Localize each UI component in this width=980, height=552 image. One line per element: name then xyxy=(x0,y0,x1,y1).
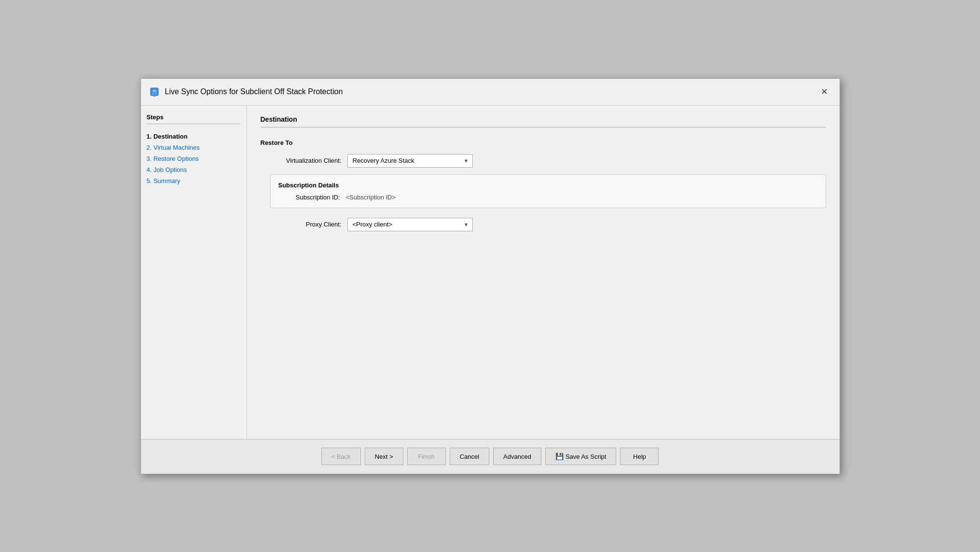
cancel-button[interactable]: Cancel xyxy=(450,448,489,465)
save-as-script-icon: 💾 xyxy=(555,453,564,460)
next-button[interactable]: Next > xyxy=(365,448,403,465)
sidebar-item-destination[interactable]: 1. Destination xyxy=(147,131,241,142)
subscription-details-box: Subscription Details Subscription ID: <S… xyxy=(270,174,826,208)
proxy-client-select[interactable]: <Proxy client> xyxy=(347,218,473,231)
virtualization-client-wrapper: Recovery Azure Stack ▼ xyxy=(347,154,473,168)
subscription-id-label: Subscription ID: xyxy=(283,194,346,201)
sidebar-item-virtual-machines[interactable]: 2. Virtual Machines xyxy=(147,142,241,153)
sidebar: Steps 1. Destination 2. Virtual Machines… xyxy=(141,106,247,439)
back-button[interactable]: < Back xyxy=(321,448,361,465)
sidebar-item-restore-options[interactable]: 3. Restore Options xyxy=(147,153,241,164)
close-button[interactable]: ✕ xyxy=(817,85,832,99)
proxy-client-label: Proxy Client: xyxy=(270,221,347,228)
virtualization-client-row: Virtualization Client: Recovery Azure St… xyxy=(270,154,826,168)
help-button[interactable]: Help xyxy=(620,448,659,465)
dialog-title: Live Sync Options for Subclient Off Stac… xyxy=(165,87,343,96)
footer: < Back Next > Finish Cancel Advanced 💾 S… xyxy=(141,439,840,474)
finish-button[interactable]: Finish xyxy=(407,448,446,465)
section-title: Destination xyxy=(261,115,826,127)
sidebar-item-job-options[interactable]: 4. Job Options xyxy=(147,164,241,175)
subscription-id-row: Subscription ID: <Subscription ID> xyxy=(283,194,818,201)
content-area: Destination Restore To Virtualization Cl… xyxy=(247,106,840,439)
main-content: Steps 1. Destination 2. Virtual Machines… xyxy=(141,106,840,439)
restore-to-label: Restore To xyxy=(261,139,826,146)
restore-to-group: Restore To Virtualization Client: Recove… xyxy=(261,139,826,231)
advanced-button[interactable]: Advanced xyxy=(493,448,541,465)
subscription-details-title: Subscription Details xyxy=(278,182,818,189)
title-bar: Live Sync Options for Subclient Off Stac… xyxy=(141,79,840,106)
proxy-client-row: Proxy Client: <Proxy client> ▼ xyxy=(270,218,826,231)
virtualization-client-label: Virtualization Client: xyxy=(270,157,347,164)
proxy-client-wrapper: <Proxy client> ▼ xyxy=(347,218,473,231)
sidebar-title: Steps xyxy=(147,113,241,124)
save-as-script-button[interactable]: 💾 Save As Script xyxy=(545,448,617,465)
subscription-id-value: <Subscription ID> xyxy=(346,194,396,201)
sidebar-item-summary[interactable]: 5. Summary xyxy=(147,175,241,186)
app-icon xyxy=(149,86,160,98)
main-dialog: Live Sync Options for Subclient Off Stac… xyxy=(140,78,840,474)
title-bar-left: Live Sync Options for Subclient Off Stac… xyxy=(149,86,343,98)
virtualization-client-select[interactable]: Recovery Azure Stack xyxy=(347,154,473,168)
